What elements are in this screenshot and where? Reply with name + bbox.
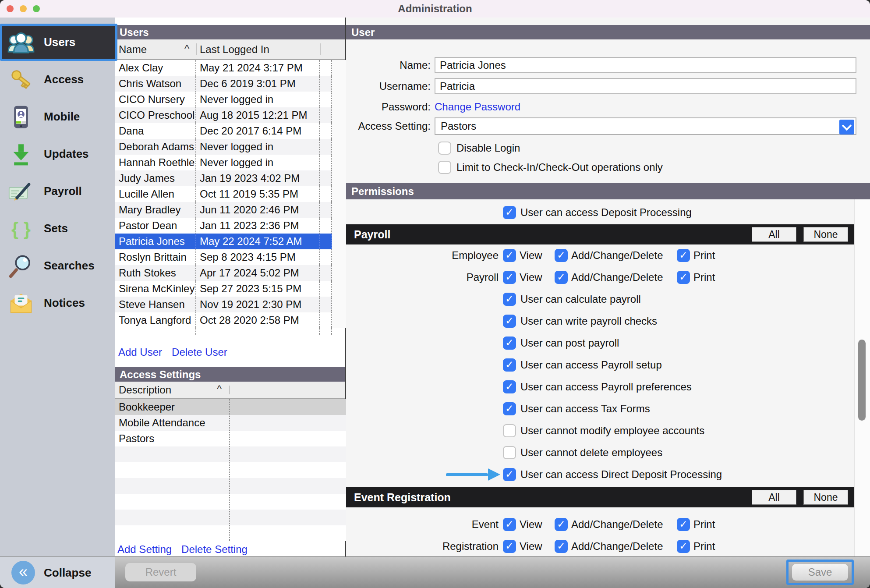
sidebar-item-notices[interactable]: Notices: [0, 284, 115, 322]
user-extra-cell: [320, 76, 332, 92]
user-name-cell: Steve Hansen: [115, 297, 196, 312]
save-button[interactable]: Save: [792, 564, 848, 581]
collapse-chevrons-icon[interactable]: «: [11, 561, 35, 584]
collapse-label: Collapse: [44, 557, 91, 588]
print-checkbox[interactable]: [677, 540, 690, 553]
print-checkbox[interactable]: [677, 271, 690, 284]
access-setting-row[interactable]: Bookkeeper: [115, 399, 346, 415]
collapse-bar[interactable]: « Collapse: [0, 556, 115, 588]
print-checkbox[interactable]: [677, 249, 690, 262]
access-setting-row[interactable]: Mobile Attendance: [115, 415, 346, 431]
revert-button[interactable]: Revert: [125, 563, 196, 581]
column-header-last-logged-in[interactable]: Last Logged In: [196, 39, 320, 59]
add-change-delete-checkbox[interactable]: [555, 271, 568, 284]
user-row[interactable]: Patricia Jones May 22 2024 7:52 AM: [115, 234, 332, 249]
change-password-link[interactable]: Change Password: [435, 101, 520, 113]
chevron-down-icon[interactable]: [839, 120, 854, 135]
name-row: Name:: [346, 57, 870, 73]
sidebar-item-access[interactable]: Access: [0, 61, 115, 98]
event-registration-all-button[interactable]: All: [752, 490, 796, 505]
access-setting-row[interactable]: Pastors: [115, 431, 346, 446]
sidebar-item-updates[interactable]: Updates: [0, 135, 115, 173]
user-row[interactable]: Chris Watson Dec 6 2019 3:01 PM: [115, 76, 332, 92]
payroll-all-button[interactable]: All: [752, 227, 796, 242]
svg-text:{ }: { }: [11, 218, 31, 239]
permission-checkbox[interactable]: [503, 337, 516, 350]
access-setting-label: Access Setting:: [346, 117, 431, 135]
limit-checkin-checkbox[interactable]: [438, 161, 451, 174]
permission-checkbox[interactable]: [503, 424, 516, 437]
user-row[interactable]: CICO Preschool Aug 18 2015 12:21 PM: [115, 107, 332, 123]
add-change-delete-checkbox[interactable]: [555, 518, 568, 531]
user-row[interactable]: Sirena McKinley Sep 27 2023 5:15 PM: [115, 281, 332, 297]
sidebar-item-users[interactable]: Users: [0, 24, 117, 61]
user-row[interactable]: Roslyn Brittain Sep 8 2023 4:15 PM: [115, 249, 332, 265]
user-row[interactable]: Alex Clay May 21 2024 3:17 PM: [115, 60, 332, 76]
add-change-delete-checkbox[interactable]: [555, 249, 568, 262]
scrollbar-track[interactable]: [854, 199, 870, 556]
user-row[interactable]: Tonya Langford Oct 28 2020 2:58 PM: [115, 312, 332, 328]
deposit-processing-label: User can access Deposit Processing: [520, 206, 692, 219]
sidebar-item-mobile[interactable]: Mobile: [0, 98, 115, 135]
view-checkbox[interactable]: [503, 518, 516, 531]
user-last-login-cell: Jan 11 2023 2:36 PM: [196, 218, 320, 234]
user-row[interactable]: Pastor Dean Jan 11 2023 2:36 PM: [115, 218, 332, 234]
permission-checkbox[interactable]: [503, 358, 516, 372]
user-row[interactable]: Dana Dec 20 2017 6:14 PM: [115, 123, 332, 139]
permission-check-row: User cannot modify employee accounts: [346, 420, 854, 442]
add-setting-link[interactable]: Add Setting: [117, 543, 172, 556]
permission-grid-row: Event View Add/Change/Delete Print: [346, 514, 854, 535]
permission-checkbox[interactable]: [503, 402, 516, 415]
username-field[interactable]: [435, 78, 856, 94]
empty-row: [115, 328, 332, 335]
deposit-processing-checkbox[interactable]: [503, 206, 516, 219]
delete-setting-link[interactable]: Delete Setting: [181, 543, 248, 556]
user-row[interactable]: Lucille Allen Oct 11 2019 5:35 PM: [115, 186, 332, 202]
add-change-delete-checkbox[interactable]: [555, 540, 568, 553]
permission-checkbox[interactable]: [503, 468, 516, 481]
user-row[interactable]: Steve Hansen Nov 19 2021 2:30 PM: [115, 297, 332, 312]
access-settings-table: BookkeeperMobile AttendancePastors: [115, 399, 346, 541]
view-checkbox[interactable]: [503, 271, 516, 284]
permission-checkbox[interactable]: [503, 446, 516, 459]
user-row[interactable]: CICO Nursery Never logged in: [115, 92, 332, 107]
users-list-panel: Users Name ^ Last Logged In Alex Clay Ma…: [115, 18, 346, 556]
event-registration-none-button[interactable]: None: [803, 490, 848, 505]
user-last-login-cell: Sep 27 2023 5:15 PM: [196, 281, 320, 297]
user-row[interactable]: Mary Bradley Jun 11 2020 2:46 PM: [115, 202, 332, 218]
permission-label: User can access Payroll preferences: [520, 381, 692, 393]
user-last-login-cell: Dec 6 2019 3:01 PM: [196, 76, 320, 92]
user-row[interactable]: Ruth Stokes Apr 17 2024 5:02 PM: [115, 265, 332, 281]
permission-checkbox[interactable]: [503, 380, 516, 393]
user-row[interactable]: Hannah Roethle Never logged in: [115, 155, 332, 170]
sidebar-item-sets[interactable]: { } Sets: [0, 210, 115, 247]
scrollbar-thumb[interactable]: [858, 340, 866, 421]
permission-checkbox[interactable]: [503, 293, 516, 306]
user-extra-cell: [320, 281, 332, 297]
user-row[interactable]: Judy James Jan 19 2023 4:02 PM: [115, 170, 332, 186]
delete-user-link[interactable]: Delete User: [172, 346, 227, 358]
print-label: Print: [693, 518, 715, 531]
permission-check-row: User can access Payroll setup: [346, 354, 854, 376]
column-header-description[interactable]: Description: [115, 382, 229, 398]
permission-label: User cannot delete employees: [520, 446, 662, 459]
permission-checkbox[interactable]: [503, 315, 516, 328]
print-checkbox[interactable]: [677, 518, 690, 531]
view-checkbox[interactable]: [503, 540, 516, 553]
sidebar-item-payroll[interactable]: Payroll: [0, 173, 115, 210]
user-last-login-cell: May 22 2024 7:52 AM: [196, 234, 320, 249]
access-setting-select[interactable]: Pastors: [435, 117, 856, 135]
sidebar-item-searches[interactable]: Searches: [0, 247, 115, 284]
add-user-link[interactable]: Add User: [118, 346, 162, 358]
disable-login-checkbox[interactable]: [438, 142, 451, 155]
payroll-none-button[interactable]: None: [803, 227, 848, 242]
user-last-login-cell: May 21 2024 3:17 PM: [196, 60, 320, 76]
view-checkbox[interactable]: [503, 249, 516, 262]
user-panel-header: User: [346, 25, 870, 39]
user-row[interactable]: Deborah Adams Never logged in: [115, 139, 332, 155]
event-registration-section-bar: Event Registration All None: [346, 487, 854, 507]
sidebar-item-label: Searches: [44, 259, 95, 273]
envelope-icon: [7, 290, 35, 317]
column-divider: [229, 386, 230, 394]
name-field[interactable]: [435, 57, 856, 73]
